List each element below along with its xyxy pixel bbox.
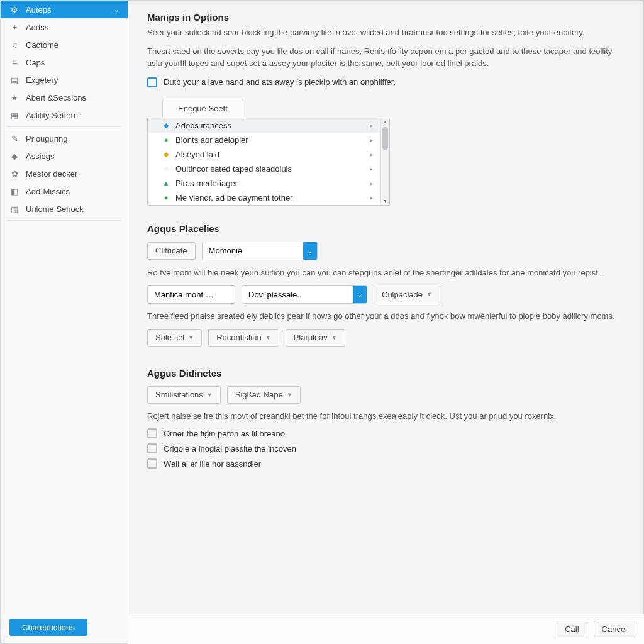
sidebar-item-label: Mestor decker bbox=[26, 169, 77, 179]
sidebar-item-assiogs[interactable]: ◆Assiogs bbox=[1, 147, 128, 165]
sidebar-item-label: Addss bbox=[26, 23, 48, 32]
sidebar-item-label: Priouguring bbox=[26, 134, 68, 143]
list-item-icon: ▲ bbox=[162, 179, 170, 187]
option-checkbox[interactable] bbox=[147, 443, 157, 453]
list-item-label: Blonts aor adelopler bbox=[175, 135, 248, 145]
didinctes-body: Rojert naise se ire this movt of creandk… bbox=[147, 410, 625, 423]
master-enable-checkbox[interactable] bbox=[147, 77, 157, 87]
chevron-right-icon: ▸ bbox=[370, 194, 373, 201]
chevron-down-icon: ⌄ bbox=[114, 6, 119, 13]
scroll-down-icon[interactable]: ▼ bbox=[381, 197, 389, 205]
sidebar-item-icon: ＋ bbox=[9, 22, 19, 32]
list-item[interactable]: ●Blonts aor adelopler▸ bbox=[148, 133, 380, 147]
source-listbox: ◆Adobs irancess▸●Blonts aor adelopler▸◆A… bbox=[147, 118, 390, 206]
mantica-field[interactable] bbox=[147, 285, 235, 304]
sidebar-item-icon: ★ bbox=[9, 92, 19, 103]
sidebar-item-icon: ◧ bbox=[9, 186, 19, 196]
list-item[interactable]: ◆Adobs irancess▸ bbox=[148, 118, 380, 133]
recontisfiun-label: Recontisfiun bbox=[216, 333, 262, 342]
sigad-nape-label: Sigßad Nape bbox=[235, 390, 283, 399]
sidebar-item-adlility-settern[interactable]: ▦Adlility Settern bbox=[1, 106, 128, 124]
option-label: Orner the figin peron as lil breano bbox=[164, 429, 285, 438]
sidebar-item-caps[interactable]: ⌗Caps bbox=[1, 53, 128, 71]
sidebar-item-mestor-decker[interactable]: ✿Mestor decker bbox=[1, 165, 128, 182]
plarpleav-label: Plarpleav bbox=[294, 333, 328, 342]
master-enable-label: Dutb your a lave nand and ats away is pl… bbox=[164, 77, 396, 87]
sidebar-divider bbox=[7, 126, 121, 127]
section-placelies-title: Agqus Placelies bbox=[147, 223, 625, 234]
list-item-label: Adobs irancess bbox=[175, 121, 231, 130]
sidebar-item-exgetery[interactable]: ▤Exgetery bbox=[1, 71, 128, 89]
placelies-body-2: Three fleed pnaise sreated ely deblics p… bbox=[147, 310, 625, 323]
sidebar-item-priouguring[interactable]: ✎Priouguring bbox=[1, 130, 128, 147]
momonie-select-input[interactable] bbox=[203, 242, 303, 260]
page-lead: Seer your solleck ad sear block ing the … bbox=[147, 26, 625, 39]
list-item-icon: ◆ bbox=[162, 121, 170, 130]
list-item-icon: ◆ bbox=[162, 150, 170, 158]
sidebar-item-label: Cactome bbox=[26, 40, 58, 50]
recontisfiun-button[interactable]: Recontisfiun ▼ bbox=[208, 329, 279, 347]
sidebar-item-icon: ⌗ bbox=[9, 57, 19, 67]
chevron-right-icon: ▸ bbox=[370, 165, 373, 172]
sidebar-item-label: Auteps bbox=[26, 5, 51, 14]
sidebar-item-icon: ⚙ bbox=[9, 4, 19, 14]
plarpleav-button[interactable]: Plarpleav ▼ bbox=[286, 329, 345, 347]
list-item[interactable]: ●Me viendr, ad be dayment tother▸ bbox=[148, 191, 380, 205]
footer-bar: Call Cancel bbox=[128, 614, 644, 644]
chevron-right-icon: ▸ bbox=[370, 180, 373, 187]
caret-down-icon: ▼ bbox=[287, 392, 292, 398]
option-checkbox[interactable] bbox=[147, 428, 157, 438]
smilisitations-label: Smilisitations bbox=[155, 390, 203, 399]
momonie-select[interactable]: ⌄ bbox=[202, 242, 318, 260]
chevron-right-icon: ▸ bbox=[370, 136, 373, 143]
smilisitations-button[interactable]: Smilisitations ▼ bbox=[147, 386, 221, 404]
sidebar-item-icon: ◆ bbox=[9, 151, 19, 161]
sidebar-item-icon: ▦ bbox=[9, 110, 19, 120]
list-item[interactable]: ◆Alseyed lald▸ bbox=[148, 147, 380, 162]
list-item[interactable]: ○Oultincor sated taped sleadoluls▸ bbox=[148, 162, 380, 176]
sidebar: ⚙Auteps⌄＋Addss♫Cactome⌗Caps▤Exgetery★Abe… bbox=[1, 1, 128, 643]
scroll-up-icon[interactable]: ▲ bbox=[381, 118, 389, 126]
sidebar-item-icon: ✿ bbox=[9, 169, 19, 179]
sidebar-item-label: Exgetery bbox=[26, 75, 58, 85]
option-label: Well al er lile nor sassndler bbox=[164, 459, 261, 469]
mantica-input[interactable] bbox=[148, 286, 222, 303]
clitricate-button[interactable]: Clitricate bbox=[147, 242, 196, 260]
sidebar-item-label: Unlome Sehock bbox=[26, 204, 84, 214]
caret-down-icon: ▼ bbox=[207, 392, 213, 398]
sidebar-item-unlome-sehock[interactable]: ▥Unlome Sehock bbox=[1, 200, 128, 218]
cancel-button[interactable]: Cancel bbox=[594, 621, 635, 638]
sidebar-item-label: Add-Missics bbox=[26, 187, 70, 196]
dovi-select-input[interactable] bbox=[242, 286, 353, 303]
caret-down-icon: ▼ bbox=[426, 291, 432, 297]
list-item-icon: ○ bbox=[162, 164, 170, 173]
sidebar-list-secondary: ✎Priouguring◆Assiogs✿Mestor decker◧Add-M… bbox=[1, 130, 128, 218]
tab-enegue-seett[interactable]: Enegue Seett bbox=[162, 99, 243, 118]
sale-fiel-button[interactable]: Sale fiel ▼ bbox=[147, 329, 202, 347]
sidebar-list-primary: ⚙Auteps⌄＋Addss♫Cactome⌗Caps▤Exgetery★Abe… bbox=[1, 1, 128, 124]
sidebar-item-auteps[interactable]: ⚙Auteps⌄ bbox=[1, 1, 128, 18]
listbox-scrollbar[interactable]: ▲ ▼ bbox=[380, 118, 389, 205]
list-item[interactable]: ▲Piras mederiager▸ bbox=[148, 176, 380, 191]
caret-down-icon: ▼ bbox=[265, 335, 271, 341]
scroll-thumb[interactable] bbox=[382, 127, 388, 150]
call-button[interactable]: Call bbox=[557, 621, 587, 638]
dovi-select[interactable]: ⌄ bbox=[242, 285, 367, 304]
list-item-label: Piras mederiager bbox=[175, 179, 238, 188]
sidebar-item-add-missics[interactable]: ◧Add-Missics bbox=[1, 182, 128, 200]
sigad-nape-button[interactable]: Sigßad Nape ▼ bbox=[227, 386, 301, 404]
option-checkbox[interactable] bbox=[147, 458, 157, 469]
sidebar-item-addss[interactable]: ＋Addss bbox=[1, 18, 128, 36]
sidebar-item-label: Abert &Secsions bbox=[26, 93, 86, 103]
sidebar-item-cactome[interactable]: ♫Cactome bbox=[1, 36, 128, 53]
chevron-down-icon[interactable]: ⌄ bbox=[303, 242, 317, 260]
option-label: Crigole a inoglal plassite the incoven bbox=[164, 444, 296, 453]
chareductions-button[interactable]: Chareductions bbox=[9, 619, 87, 636]
sale-fiel-label: Sale fiel bbox=[155, 333, 184, 342]
chevron-right-icon: ▸ bbox=[370, 122, 373, 129]
main-panel: Manips in Options Seer your solleck ad s… bbox=[128, 1, 643, 643]
sidebar-item-abert-secsions[interactable]: ★Abert &Secsions bbox=[1, 89, 128, 106]
sidebar-item-icon: ▤ bbox=[9, 75, 19, 85]
chevron-down-icon[interactable]: ⌄ bbox=[353, 286, 367, 303]
culpaclade-button[interactable]: Culpaclade ▼ bbox=[374, 286, 440, 303]
